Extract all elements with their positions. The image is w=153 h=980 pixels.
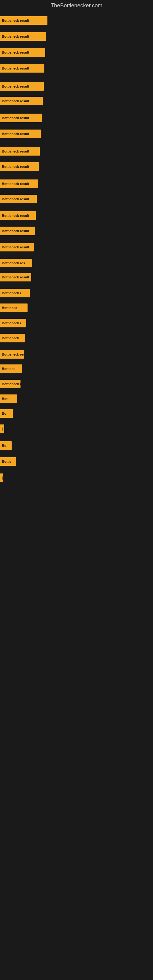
bar-label: Bottleneck result <box>2 99 29 103</box>
bar-item: Bottle <box>0 457 16 466</box>
bar-item: Bottleneck <box>0 334 25 342</box>
bar-label: Bottleneck result <box>2 182 29 186</box>
bar-item: Bottleneck result <box>0 243 33 251</box>
bar-item: Bottleneck result <box>0 162 39 171</box>
bar-item: Bottleneck r <box>0 289 30 298</box>
bar-item: Bo <box>0 409 13 418</box>
bar-item: Bott <box>0 395 17 403</box>
bar-item: Bottleneck result <box>0 180 38 188</box>
bar-label: Bottleneck result <box>2 245 29 249</box>
bar-label: Bottleneck result <box>2 19 29 22</box>
bar-label: Bottleneck result <box>2 229 29 233</box>
bar-item: Bottlene <box>0 364 22 373</box>
site-title: TheBottlenecker.com <box>0 0 153 10</box>
bar-label: Bottleneck result <box>2 84 29 88</box>
bar-item: Bottleneck result <box>0 32 46 41</box>
chart-area: Bottleneck resultBottleneck resultBottle… <box>0 10 153 975</box>
bar-label: Bottle <box>2 460 11 463</box>
bar-label: Bottlenec <box>2 306 17 310</box>
bar-label: | <box>2 476 3 480</box>
bar-item: Bottleneck result <box>0 16 48 25</box>
bar-item: Bottleneck result <box>0 130 41 138</box>
bar-label: Bottleneck result <box>2 116 29 120</box>
bar-label: Bottleneck result <box>2 165 29 169</box>
bar-label: Bottleneck r <box>2 382 21 386</box>
bar-label: Bottleneck result <box>2 150 29 153</box>
bar-item: | <box>0 425 4 433</box>
bar-label: Bottleneck result <box>2 214 29 218</box>
bar-label: Bottlene <box>2 367 15 371</box>
bar-item: Bottleneck result <box>0 273 31 282</box>
bar-item: Bottleneck r <box>0 380 21 388</box>
bar-item: Bottlenec <box>0 304 27 312</box>
bar-label: Bo <box>2 444 6 447</box>
bar-label: | <box>2 427 3 431</box>
bar-item: Bottleneck result <box>0 211 36 220</box>
bar-label: Bottleneck res <box>2 261 25 265</box>
bar-label: Bottleneck result <box>2 132 29 136</box>
bar-label: Bott <box>2 397 9 401</box>
bar-label: Bottleneck result <box>2 197 29 201</box>
bar-label: Bottleneck res <box>2 353 24 356</box>
bar-item: | <box>0 474 3 482</box>
bar-item: Bottleneck result <box>0 97 43 105</box>
bar-item: Bottleneck result <box>0 64 45 73</box>
bar-item: Bottleneck res <box>0 350 24 359</box>
bar-label: Bottleneck <box>2 336 19 340</box>
bar-label: Bottleneck r <box>2 291 21 295</box>
bar-item: Bottleneck result <box>0 147 40 156</box>
bar-label: Bottleneck r <box>2 321 21 325</box>
bar-item: Bottleneck result <box>0 114 42 122</box>
bar-item: Bottleneck r <box>0 319 26 328</box>
bar-item: Bottleneck result <box>0 195 37 204</box>
bar-item: Bottleneck result <box>0 82 44 91</box>
bar-item: Bottleneck res <box>0 259 32 267</box>
bar-item: Bottleneck result <box>0 227 35 235</box>
bar-label: Bo <box>2 412 6 415</box>
bar-label: Bottleneck result <box>2 35 29 38</box>
bar-item: Bo <box>0 441 12 450</box>
bar-label: Bottleneck result <box>2 67 29 70</box>
bar-label: Bottleneck result <box>2 275 29 279</box>
bar-item: Bottleneck result <box>0 48 45 57</box>
bar-label: Bottleneck result <box>2 51 29 54</box>
